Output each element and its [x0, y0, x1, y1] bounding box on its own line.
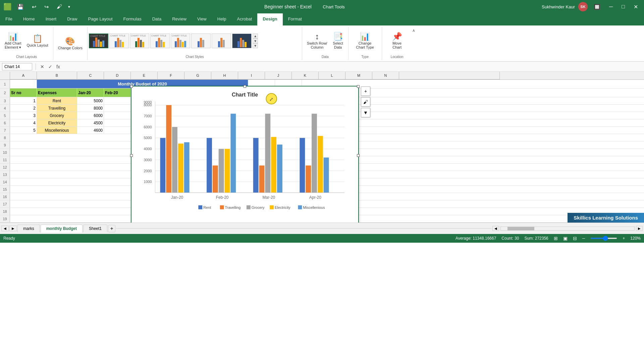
- cell-a5[interactable]: 3: [10, 112, 37, 119]
- maximize-button[interactable]: □: [619, 2, 628, 11]
- add-sheet-button[interactable]: +: [108, 225, 115, 232]
- cell-c5[interactable]: 6000: [77, 112, 104, 119]
- chart-style-6[interactable]: [191, 34, 211, 48]
- switch-row-col-button[interactable]: ↕ Switch Row/Column: [305, 31, 329, 51]
- col-header-k[interactable]: K: [292, 72, 319, 79]
- tab-draw[interactable]: Draw: [62, 13, 83, 25]
- user-avatar[interactable]: SK: [578, 2, 588, 11]
- tab-file[interactable]: File: [0, 13, 18, 25]
- chart-filters-side-button[interactable]: ▼: [361, 108, 370, 117]
- scroll-left-button[interactable]: ◀: [492, 226, 499, 231]
- cell-a2[interactable]: Sr no: [10, 88, 37, 97]
- sheet-tab-marks[interactable]: marks: [17, 225, 40, 232]
- redo-button[interactable]: ↪: [42, 2, 51, 11]
- tab-view[interactable]: View: [192, 13, 212, 25]
- scroll-right-button[interactable]: ▶: [636, 226, 643, 231]
- col-header-c[interactable]: C: [77, 72, 104, 79]
- confirm-formula-button[interactable]: ✓: [47, 64, 53, 69]
- col-header-f[interactable]: F: [158, 72, 184, 79]
- cell-b4[interactable]: Travelling: [37, 105, 77, 112]
- resize-handle-tl[interactable]: [130, 85, 133, 88]
- select-data-button[interactable]: 📑 SelectData: [331, 31, 345, 51]
- next-sheet-button[interactable]: ▶: [9, 226, 17, 231]
- scrollbar-track[interactable]: [500, 227, 635, 231]
- tab-design[interactable]: Design: [257, 13, 282, 25]
- cell-a3[interactable]: 1: [10, 97, 37, 104]
- col-header-n[interactable]: N: [372, 72, 399, 79]
- resize-handle-tc[interactable]: [244, 85, 246, 88]
- formula-input[interactable]: [63, 64, 642, 69]
- page-break-view-button[interactable]: ⊟: [573, 236, 577, 241]
- chart-style-7[interactable]: [212, 34, 231, 48]
- add-chart-element-button[interactable]: 📊 Add ChartElement ▾: [3, 31, 23, 51]
- move-chart-button[interactable]: 📌 MoveChart: [390, 31, 405, 51]
- ribbon-collapse-button[interactable]: ∧: [412, 28, 415, 33]
- cell-d7[interactable]: [104, 127, 131, 134]
- cell-b2[interactable]: Expenses: [37, 88, 77, 97]
- cell-c4[interactable]: 8000: [77, 105, 104, 112]
- col-header-i[interactable]: I: [238, 72, 265, 79]
- prev-sheet-button[interactable]: ◀: [1, 226, 9, 231]
- ribbon-display-button[interactable]: 🔲: [591, 2, 603, 11]
- add-chart-element-side-button[interactable]: +: [361, 86, 370, 96]
- name-box-input[interactable]: Chart 14: [2, 63, 32, 70]
- cell-a6[interactable]: 4: [10, 119, 37, 126]
- resize-handle-tr[interactable]: [357, 85, 360, 88]
- tab-acrobat[interactable]: Acrobat: [232, 13, 258, 25]
- minimize-button[interactable]: ─: [606, 2, 615, 11]
- page-layout-view-button[interactable]: ▣: [563, 236, 568, 241]
- scroll-up-button[interactable]: ▲: [253, 34, 258, 39]
- chart-style-2[interactable]: CHART TITLE: [109, 34, 129, 48]
- cell-b6[interactable]: Electricity: [37, 119, 77, 126]
- col-header-d[interactable]: D: [104, 72, 131, 79]
- chart-style-5[interactable]: CHART TITLE: [171, 34, 190, 48]
- tab-review[interactable]: Review: [167, 13, 192, 25]
- save-button[interactable]: 💾: [14, 2, 26, 11]
- col-header-a[interactable]: A: [10, 72, 37, 79]
- cell-a1[interactable]: [10, 80, 37, 88]
- cell-c2[interactable]: Jan-20: [77, 88, 104, 97]
- insert-function-button[interactable]: fx: [55, 64, 61, 69]
- cancel-formula-button[interactable]: ✕: [39, 64, 45, 69]
- col-header-e[interactable]: E: [131, 72, 158, 79]
- normal-view-button[interactable]: ⊞: [554, 236, 558, 241]
- quick-layout-button[interactable]: 📋 Quick Layout: [25, 33, 50, 49]
- tab-insert[interactable]: Insert: [40, 13, 62, 25]
- cell-a7[interactable]: 5: [10, 127, 37, 134]
- tab-page-layout[interactable]: Page Layout: [83, 13, 118, 25]
- cell-b3[interactable]: Rent: [37, 97, 77, 104]
- undo-button[interactable]: ↩: [29, 2, 39, 11]
- tab-data[interactable]: Data: [147, 13, 167, 25]
- cell-d4[interactable]: [104, 105, 131, 112]
- cell-d5[interactable]: [104, 112, 131, 119]
- sheet-tab-sheet1[interactable]: Sheet1: [83, 225, 107, 232]
- chart-style-1[interactable]: CHART TITLE: [89, 34, 108, 48]
- chart-styles-side-button[interactable]: 🖌: [361, 97, 370, 107]
- tab-formulas[interactable]: Formulas: [118, 13, 147, 25]
- col-header-l[interactable]: L: [319, 72, 345, 79]
- col-header-m[interactable]: M: [345, 72, 372, 79]
- tab-format[interactable]: Format: [283, 13, 307, 25]
- scroll-down-button[interactable]: ▼: [253, 39, 258, 44]
- paint-button[interactable]: 🖌: [54, 2, 65, 11]
- scroll-more-button[interactable]: ▼: [253, 43, 258, 48]
- sheet-tab-monthly-budget[interactable]: monthly Budget: [41, 225, 83, 233]
- change-chart-type-button[interactable]: 📊 ChangeChart Type: [354, 31, 376, 51]
- col-header-j[interactable]: J: [265, 72, 292, 79]
- chart-style-8[interactable]: [232, 34, 252, 48]
- resize-handle-mr[interactable]: [357, 154, 360, 157]
- cell-a4[interactable]: 2: [10, 105, 37, 112]
- cell-b5[interactable]: Grocery: [37, 112, 77, 119]
- cell-d6[interactable]: [104, 119, 131, 126]
- cell-b7[interactable]: Miscellenious: [37, 127, 77, 134]
- chart-style-3[interactable]: CHART TITLE: [130, 34, 149, 48]
- tab-home[interactable]: Home: [18, 13, 40, 25]
- change-colors-button[interactable]: 🎨 Change Colors: [56, 36, 85, 51]
- cell-d3[interactable]: [104, 97, 131, 104]
- cell-c7[interactable]: 4600: [77, 127, 104, 134]
- chart-container[interactable]: Chart Title ⤢ 1000 2000 3000 400: [131, 86, 359, 223]
- tab-help[interactable]: Help: [212, 13, 232, 25]
- cell-d2[interactable]: Feb-20: [104, 88, 131, 97]
- zoom-slider[interactable]: [590, 238, 617, 239]
- scrollbar-thumb[interactable]: [507, 227, 534, 230]
